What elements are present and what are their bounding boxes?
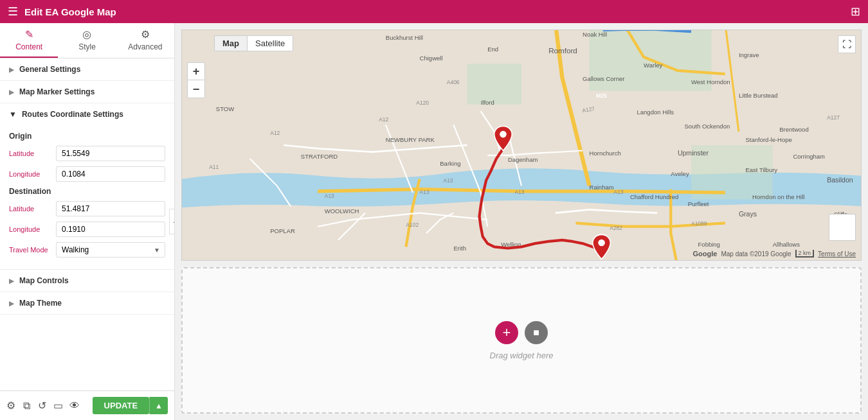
- svg-text:POPLAR: POPLAR: [270, 227, 295, 234]
- svg-text:Romford: Romford: [548, 46, 577, 55]
- origin-latitude-label: Latitude: [9, 150, 51, 157]
- svg-text:Buckhurst Hill: Buckhurst Hill: [386, 34, 423, 41]
- map-controls-section: ▶ Map Controls: [0, 270, 174, 292]
- grid-icon[interactable]: ⊞: [851, 4, 860, 19]
- map-type-controls: Map Satellite: [214, 35, 293, 51]
- svg-text:Noak Hill: Noak Hill: [583, 31, 607, 38]
- main-layout: ✎ Content ◎ Style ⚙ Advanced ▶ General S…: [0, 23, 868, 420]
- page-title: Edit EA Google Map: [24, 6, 116, 17]
- map-terms[interactable]: Terms of Use: [818, 250, 856, 258]
- settings-icon-btn[interactable]: ⚙: [6, 397, 15, 415]
- svg-text:STRATFORD: STRATFORD: [301, 153, 338, 160]
- widget-drop-zone: + ■ Drag widget here: [181, 267, 862, 414]
- origin-label: Origin: [9, 132, 165, 141]
- tab-style-label: Style: [78, 42, 96, 51]
- map-marker-section: ▶ Map Marker Settings: [0, 81, 174, 103]
- tab-content-label: Content: [15, 42, 42, 51]
- svg-text:South Ockendon: South Ockendon: [684, 123, 730, 130]
- map-controls-header[interactable]: ▶ Map Controls: [0, 270, 174, 292]
- tab-content[interactable]: ✎ Content: [0, 23, 58, 58]
- svg-text:A406: A406: [447, 79, 460, 85]
- map-footer: Google Map data ©2019 Google 2 km Terms …: [693, 250, 856, 258]
- map-fullscreen-button[interactable]: ⛶: [838, 35, 856, 53]
- svg-text:Little Burstead: Little Burstead: [739, 92, 778, 99]
- travel-mode-row: Travel Mode Walking Driving Bicycling Tr…: [9, 242, 165, 258]
- svg-text:A11: A11: [209, 164, 219, 170]
- map-marker-header[interactable]: ▶ Map Marker Settings: [0, 81, 174, 103]
- dest-longitude-label: Longitude: [9, 225, 51, 233]
- svg-text:Warley: Warley: [644, 62, 662, 69]
- svg-text:Chafford Hundred: Chafford Hundred: [630, 193, 678, 200]
- routes-arrow-icon: ▼: [9, 110, 17, 119]
- map-type-map-button[interactable]: Map: [214, 35, 248, 51]
- destination-label: Destination: [9, 187, 165, 196]
- svg-text:Stanford-le-Hope: Stanford-le-Hope: [745, 136, 791, 143]
- dest-latitude-row: Latitude: [9, 201, 165, 216]
- map-area: Romford Ilford Barking Dagenham Hornchur…: [175, 23, 868, 420]
- routes-section: ▼ Routes Coordinate Settings Origin Lati…: [0, 103, 174, 270]
- origin-longitude-row: Longitude: [9, 166, 165, 182]
- style-icon: ◎: [82, 28, 91, 40]
- svg-text:A12: A12: [270, 130, 280, 136]
- zoom-out-button[interactable]: −: [187, 80, 205, 98]
- svg-text:Basildon: Basildon: [827, 176, 853, 184]
- update-button[interactable]: UPDATE: [93, 397, 149, 414]
- widget-settings-button[interactable]: ■: [525, 321, 548, 344]
- svg-text:Gallows Corner: Gallows Corner: [583, 75, 624, 82]
- svg-text:Ilford: Ilford: [481, 99, 494, 106]
- origin-latitude-input[interactable]: [56, 146, 165, 161]
- svg-text:A13: A13: [420, 189, 429, 195]
- svg-text:STOW: STOW: [216, 105, 234, 112]
- update-arrow-button[interactable]: ▲: [149, 397, 168, 414]
- svg-text:A12: A12: [379, 116, 388, 123]
- tab-advanced-label: Advanced: [128, 42, 162, 51]
- svg-text:M25: M25: [596, 92, 607, 99]
- widget-add-button[interactable]: +: [495, 321, 518, 344]
- routes-content: Origin Latitude Longitude Destination La…: [0, 125, 174, 269]
- svg-text:Purfleet: Purfleet: [688, 200, 709, 207]
- map-type-satellite-button[interactable]: Satellite: [248, 35, 293, 51]
- routes-header[interactable]: ▼ Routes Coordinate Settings: [0, 103, 174, 125]
- responsive-icon-btn[interactable]: ▭: [53, 397, 63, 415]
- general-settings-header[interactable]: ▶ General Settings: [0, 58, 174, 80]
- layers-icon-btn[interactable]: ⧉: [22, 397, 31, 415]
- preview-icon-btn[interactable]: 👁: [69, 397, 80, 415]
- general-arrow-icon: ▶: [9, 66, 14, 73]
- map-zoom-controls: + −: [187, 62, 205, 98]
- travel-mode-select[interactable]: Walking Driving Bicycling Transit: [56, 242, 165, 258]
- svg-text:Langdon Hills: Langdon Hills: [637, 109, 674, 116]
- svg-text:Hornchurch: Hornchurch: [590, 150, 621, 157]
- svg-text:NEWBURY PARK: NEWBURY PARK: [386, 136, 435, 143]
- svg-text:Upminster: Upminster: [678, 149, 709, 157]
- svg-text:Erith: Erith: [453, 245, 466, 252]
- svg-text:End: End: [487, 46, 498, 53]
- svg-text:Horndon on the Hill: Horndon on the Hill: [752, 193, 804, 200]
- map-svg: Romford Ilford Barking Dagenham Hornchur…: [182, 30, 861, 260]
- origin-longitude-input[interactable]: [56, 166, 165, 182]
- history-icon-btn[interactable]: ↺: [37, 397, 46, 415]
- svg-point-75: [598, 240, 605, 247]
- dest-longitude-input[interactable]: [56, 222, 165, 237]
- dest-latitude-label: Latitude: [9, 205, 51, 213]
- map-controls-arrow-icon: ▶: [9, 277, 14, 284]
- map-container: Romford Ilford Barking Dagenham Hornchur…: [181, 30, 862, 261]
- map-marker-arrow-icon: ▶: [9, 89, 14, 96]
- tab-style[interactable]: ◎ Style: [58, 23, 116, 58]
- svg-text:Allhallows: Allhallows: [773, 241, 800, 248]
- map-theme-header[interactable]: ▶ Map Theme: [0, 292, 174, 314]
- svg-text:East Tilbury: East Tilbury: [745, 166, 777, 173]
- dest-latitude-input[interactable]: [56, 201, 165, 216]
- svg-text:A282: A282: [610, 225, 622, 231]
- svg-text:Ingrave: Ingrave: [739, 51, 759, 58]
- update-button-group: UPDATE ▲: [93, 397, 168, 414]
- tab-advanced[interactable]: ⚙ Advanced: [116, 23, 174, 58]
- hamburger-icon[interactable]: ☰: [8, 4, 18, 19]
- sidebar-collapse-button[interactable]: ◀: [169, 209, 175, 234]
- map-data-text: Map data ©2019 Google: [721, 250, 791, 258]
- svg-text:A13: A13: [614, 189, 624, 195]
- svg-text:Grays: Grays: [739, 210, 757, 218]
- google-logo: Google: [693, 250, 718, 258]
- advanced-icon: ⚙: [141, 28, 150, 40]
- zoom-in-button[interactable]: +: [187, 62, 205, 80]
- svg-text:West Horndon: West Horndon: [691, 78, 730, 85]
